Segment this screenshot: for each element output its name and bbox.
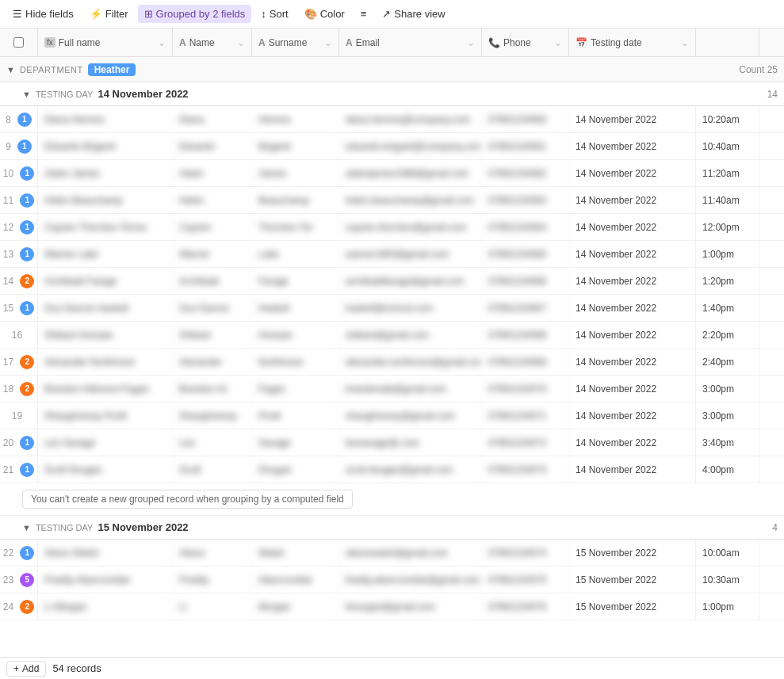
- row-checkbox: 13 1: [0, 241, 38, 267]
- cell-email: adamjames1988@gmail.com: [339, 160, 482, 186]
- cell-testdate: 14 November 2022: [569, 376, 696, 402]
- col-sort-icon: ⌄: [554, 37, 562, 48]
- cell-testdate: 14 November 2022: [569, 160, 696, 186]
- cell-fullname: Li Morgan: [38, 593, 173, 620]
- cell-time: 1:00pm: [696, 593, 759, 620]
- cell-testdate: 14 November 2022: [569, 214, 696, 240]
- col-header-testdate[interactable]: 📅 Testing date ⌄: [569, 29, 696, 56]
- sort-icon: ↕: [261, 8, 266, 20]
- cell-email: haskell@school.com: [339, 295, 482, 321]
- grouped-button[interactable]: ⊞ Grouped by 2 fields: [138, 5, 252, 23]
- density-button[interactable]: ≡: [354, 5, 373, 23]
- select-all-checkbox[interactable]: [13, 37, 24, 48]
- cell-surname: Briganti: [252, 133, 339, 159]
- cell-time: 12:00pm: [696, 214, 759, 240]
- cell-name: Alexander: [173, 349, 252, 375]
- row-checkbox: 9 1: [0, 133, 38, 159]
- cell-fullname: Shibani Hossain: [38, 322, 173, 348]
- col-sort-icon: ⌄: [158, 37, 166, 48]
- group-chevron[interactable]: ▼: [6, 65, 15, 74]
- text-icon: A: [258, 37, 266, 48]
- row-checkbox: 8 1: [0, 106, 38, 132]
- cell-name: Leo: [173, 429, 252, 456]
- row-checkbox: 19: [0, 402, 38, 429]
- row-checkbox: 12 1: [0, 214, 38, 240]
- cell-phone: 07891234570: [482, 376, 569, 402]
- cell-fullname: Diana Herrera: [38, 106, 173, 132]
- cell-phone: 07891234563: [482, 187, 569, 213]
- table-row: 10 1 Adam James Adam James adamjames1988…: [0, 160, 784, 187]
- hide-fields-icon: ☰: [13, 8, 22, 20]
- table-row: 24 2 Li Morgan Li Morgan limorgan@gmail.…: [0, 593, 784, 620]
- row-checkbox: 21 1: [0, 456, 38, 483]
- cell-time: 10:00am: [696, 540, 759, 566]
- col-sort-icon: ⌄: [681, 37, 689, 48]
- cell-surname: Pruitt: [252, 402, 339, 429]
- cell-name: Brandon At.: [173, 376, 252, 402]
- table-row: 11 1 Helen Beauchamp Helen Beauchamp hel…: [0, 187, 784, 214]
- table-row: 8 1 Diana Herrera Diana Herrera diana.he…: [0, 106, 784, 133]
- cell-email: brandonatk@gmail.com: [339, 376, 482, 402]
- sort-button[interactable]: ↕ Sort: [254, 5, 294, 23]
- cell-email: shaughnessy@gmail.com: [339, 402, 482, 429]
- cell-phone: 07891234564: [482, 214, 569, 240]
- cell-testdate: 14 November 2022: [569, 268, 696, 294]
- cell-testdate: 14 November 2022: [569, 241, 696, 267]
- cell-email: leosavage@.com: [339, 429, 482, 456]
- cell-time: 3:40pm: [696, 429, 759, 456]
- filter-button[interactable]: ⚡ Filter: [83, 5, 135, 23]
- cell-email: freddy.abercrombie@gmail.com: [339, 566, 482, 593]
- cell-surname: Hossain: [252, 322, 339, 348]
- table-row: 17 2 Alexander Northmore Alexander North…: [0, 349, 784, 376]
- cell-time: 10:30am: [696, 566, 759, 593]
- col-header-phone[interactable]: 📞 Phone ⌄: [482, 29, 569, 56]
- cell-testdate: 14 November 2022: [569, 133, 696, 159]
- density-icon: ≡: [361, 8, 367, 20]
- row-checkbox: 11 1: [0, 187, 38, 213]
- cell-surname: James: [252, 160, 339, 186]
- filter-icon: ⚡: [90, 8, 102, 20]
- cell-name: Shibani: [173, 322, 252, 348]
- table-row: 23 5 Freddy Abercrombie Freddy Abercromb…: [0, 566, 784, 593]
- row-checkbox: 14 2: [0, 268, 38, 294]
- cell-fullname: Alison Walsh: [38, 540, 173, 566]
- cell-time: 11:40am: [696, 187, 759, 213]
- cell-testdate: 14 November 2022: [569, 106, 696, 132]
- cell-testdate: 14 November 2022: [569, 349, 696, 375]
- col-header-fullname[interactable]: fx Full name ⌄: [38, 29, 173, 56]
- cell-fullname: Gus Davros Haskell: [38, 295, 173, 321]
- col-header-name[interactable]: A Name ⌄: [173, 29, 252, 56]
- cell-email: alisonwalsh@gmail.com: [339, 540, 482, 566]
- subgroup-chevron[interactable]: ▼: [22, 90, 31, 99]
- cell-name: Diana: [173, 106, 252, 132]
- cell-email: scott.dougan@gmail.com: [339, 456, 482, 483]
- cell-time: 1:40pm: [696, 295, 759, 321]
- formula-icon: fx: [44, 37, 55, 48]
- cell-phone: 07891234575: [482, 566, 569, 593]
- cell-name: Li: [173, 593, 252, 620]
- subgroup-chevron[interactable]: ▼: [22, 523, 31, 532]
- col-header-surname[interactable]: A Surname ⌄: [252, 29, 339, 56]
- col-header-email[interactable]: A Email ⌄: [339, 29, 482, 56]
- cell-fullname: Warner Lake: [38, 241, 173, 267]
- bottom-bar: + Add 54 records: [0, 657, 784, 660]
- cell-name: Eduardo: [173, 133, 252, 159]
- cell-fullname: Eduardo Briganti: [38, 133, 173, 159]
- cell-testdate: 14 November 2022: [569, 187, 696, 213]
- cell-time: 3:00pm: [696, 402, 759, 429]
- hide-fields-button[interactable]: ☰ Hide fields: [6, 5, 80, 23]
- cell-name: Archibald: [173, 268, 252, 294]
- cell-time: 4:00pm: [696, 456, 759, 483]
- cell-fullname: Brandon Atkinson-Fagan: [38, 376, 173, 402]
- cell-fullname: Adam James: [38, 160, 173, 186]
- row-checkbox: 16: [0, 322, 38, 348]
- table-row: 14 2 Archibald Farage Archibald Farage a…: [0, 268, 784, 295]
- phone-icon: 📞: [488, 37, 500, 48]
- cell-surname: Haskell: [252, 295, 339, 321]
- cell-testdate: 14 November 2022: [569, 429, 696, 456]
- col-header-time[interactable]: [696, 29, 759, 56]
- share-view-button[interactable]: ↗ Share view: [376, 5, 451, 23]
- color-button[interactable]: 🎨 Color: [298, 5, 351, 23]
- cell-phone: 07891234560: [482, 106, 569, 132]
- cell-time: 2:40pm: [696, 349, 759, 375]
